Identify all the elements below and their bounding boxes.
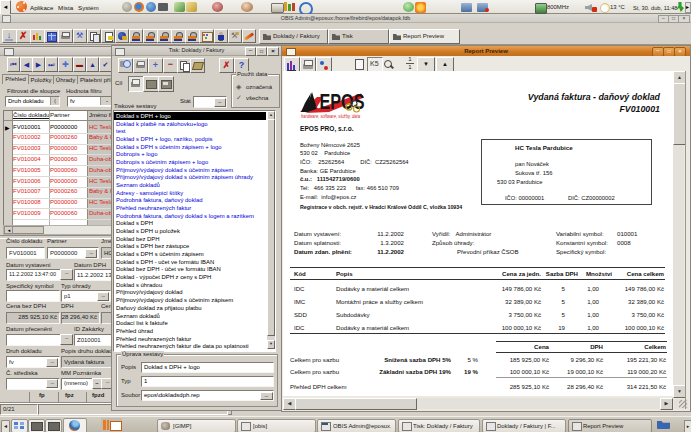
svg-text:EPOS: EPOS	[320, 90, 365, 114]
svg-text:hardware, software, služby, da: hardware, software, služby, data	[301, 113, 360, 119]
